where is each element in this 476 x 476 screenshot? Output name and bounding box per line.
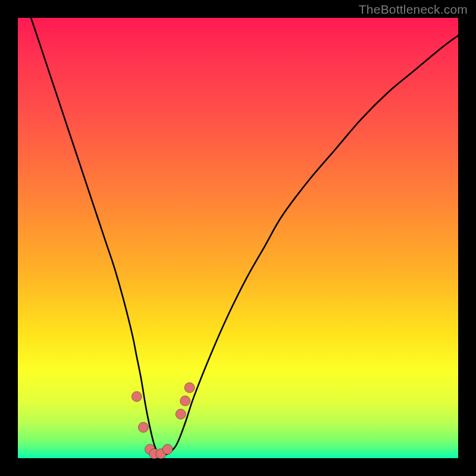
marker-dot <box>131 392 142 402</box>
bottleneck-curve <box>18 0 458 455</box>
marker-dot <box>180 396 190 406</box>
plot-area <box>18 18 458 458</box>
chart-frame: TheBottleneck.com <box>0 0 476 476</box>
watermark-text: TheBottleneck.com <box>359 2 468 17</box>
marker-dot <box>176 409 186 419</box>
marker-dot <box>138 422 148 433</box>
curve-svg <box>18 18 458 458</box>
marker-dot <box>184 383 195 393</box>
marker-dot <box>162 444 173 455</box>
